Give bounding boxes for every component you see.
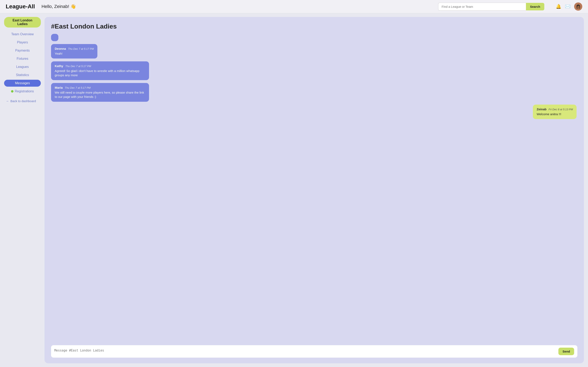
- sidebar-item-players[interactable]: Players: [4, 39, 41, 46]
- team-badge[interactable]: East London Ladies: [4, 17, 41, 27]
- list-item: Maria Thu Dec 7 at 5:17 PM We still need…: [51, 83, 149, 102]
- main-layout: East London Ladies Team Overview Players…: [0, 13, 588, 367]
- registrations-dot-icon: [11, 90, 13, 92]
- message-text: Welcome anitra !!!: [536, 112, 573, 116]
- message-input[interactable]: [54, 349, 556, 354]
- message-time: Thu Dec 7 at 5:17 PM: [65, 86, 90, 89]
- channel-title: #East London Ladies: [51, 23, 577, 30]
- greeting-text: Hello, Zeinab! 👋: [42, 4, 76, 9]
- sidebar-item-leagues[interactable]: Leagues: [4, 63, 41, 70]
- message-time: Thu Dec 7 at 5:17 PM: [65, 65, 91, 68]
- sidebar-item-fixtures[interactable]: Fixtures: [4, 55, 41, 62]
- sidebar-item-payments[interactable]: Payments: [4, 47, 41, 54]
- message-header: Kathy Thu Dec 7 at 5:17 PM: [55, 64, 145, 68]
- back-arrow-icon: ←: [6, 99, 9, 103]
- message-sender: Kathy: [55, 64, 63, 68]
- content-area: #East London Ladies Deonna Thu Dec 7 at …: [44, 17, 584, 363]
- back-label: Back to dashboard: [10, 99, 36, 103]
- list-item: Zeinab Fri Dec 8 at 5:13 PM Welcome anit…: [533, 105, 577, 119]
- message-time: Fri Dec 8 at 5:13 PM: [549, 108, 573, 111]
- list-item: Deonna Thu Dec 7 at 5:17 PM Yeah!: [51, 44, 97, 58]
- message-sender: Zeinab: [536, 108, 546, 111]
- list-item: [51, 34, 58, 41]
- message-time: Thu Dec 7 at 5:17 PM: [68, 47, 94, 50]
- registrations-label: Registrations: [15, 90, 34, 93]
- search-input[interactable]: [438, 3, 526, 11]
- message-text: Yeah!: [55, 51, 94, 56]
- message-header: Deonna Thu Dec 7 at 5:17 PM: [55, 47, 94, 50]
- sidebar-item-registrations[interactable]: Registrations: [4, 88, 41, 95]
- user-avatar[interactable]: 👩🏾: [574, 2, 582, 11]
- sidebar-item-statistics[interactable]: Statistics: [4, 72, 41, 78]
- app-header: League-All Hello, Zeinab! 👋 Search 🔔 ✉️ …: [0, 0, 588, 13]
- message-text: Agreed! So glad i don't have to wrestle …: [55, 69, 145, 77]
- app-logo: League-All: [6, 3, 35, 10]
- message-sender: Maria: [55, 86, 63, 89]
- send-button[interactable]: Send: [558, 348, 574, 355]
- mail-icon[interactable]: ✉️: [565, 4, 571, 9]
- header-icons: 🔔 ✉️ 👩🏾: [556, 2, 582, 11]
- notifications-icon[interactable]: 🔔: [556, 4, 561, 9]
- sidebar: East London Ladies Team Overview Players…: [4, 17, 41, 363]
- sidebar-item-messages[interactable]: Messages: [4, 80, 41, 87]
- list-item: Kathy Thu Dec 7 at 5:17 PM Agreed! So gl…: [51, 61, 149, 80]
- message-header: Zeinab Fri Dec 8 at 5:13 PM: [536, 108, 573, 111]
- back-to-dashboard-link[interactable]: ← Back to dashboard: [4, 98, 41, 104]
- message-input-area: Send: [51, 345, 577, 358]
- message-header: Maria Thu Dec 7 at 5:17 PM: [55, 86, 145, 89]
- sidebar-item-team-overview[interactable]: Team Overview: [4, 31, 41, 38]
- message-text: We still need a couple more players here…: [55, 90, 145, 99]
- messages-container: Deonna Thu Dec 7 at 5:17 PM Yeah! Kathy …: [51, 34, 577, 340]
- search-button[interactable]: Search: [526, 3, 544, 10]
- message-sender: Deonna: [55, 47, 66, 50]
- search-area: Search: [438, 3, 544, 11]
